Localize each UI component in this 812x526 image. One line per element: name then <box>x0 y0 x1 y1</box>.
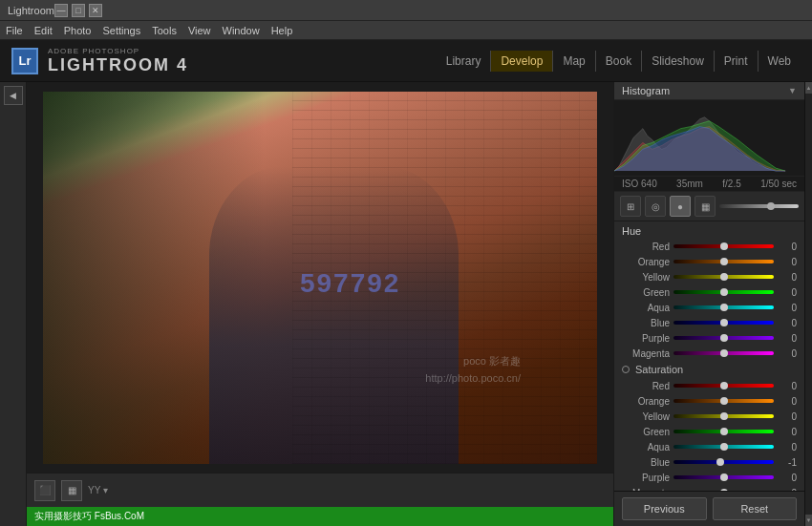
hue-green-slider[interactable] <box>673 290 774 294</box>
module-web[interactable]: Web <box>758 51 801 72</box>
hue-orange-value: 0 <box>778 257 797 267</box>
spot-tool[interactable]: ◎ <box>645 196 666 217</box>
sat-green-value: 0 <box>778 427 797 437</box>
menu-help[interactable]: Help <box>271 25 293 36</box>
sat-purple-label: Purple <box>622 473 670 483</box>
left-panel: ◀ <box>0 82 27 526</box>
scroll-up-arrow[interactable]: ▲ <box>805 82 813 94</box>
gradient-tool[interactable]: ▦ <box>694 196 716 217</box>
tone-curve-slider[interactable] <box>719 204 799 208</box>
histogram-dropdown[interactable]: ▼ <box>788 86 797 95</box>
filmstrip-toggle[interactable]: ⬛ <box>34 480 55 501</box>
panel-scroll[interactable]: Hue Red 0 Orange 0 Yellow 0 Green 0 <box>614 221 804 491</box>
module-book[interactable]: Book <box>595 51 641 72</box>
hue-blue-slider[interactable] <box>673 321 774 325</box>
filmstrip-icon2[interactable]: ▦ <box>61 480 82 501</box>
top-nav-modules: Library Develop Map Book Slideshow Print… <box>437 51 801 72</box>
histogram-svg <box>614 100 804 176</box>
app-name-block: ADOBE PHOTOSHOP LIGHTROOM 4 <box>48 47 188 75</box>
adjust-tool[interactable]: ● <box>670 196 691 217</box>
menu-settings[interactable]: Settings <box>102 25 140 36</box>
sat-aqua-value: 0 <box>778 442 797 452</box>
menu-tools[interactable]: Tools <box>152 25 177 36</box>
histogram-chart <box>614 100 804 177</box>
lr-title: LIGHTROOM 4 <box>48 55 188 75</box>
tone-curve-thumb[interactable] <box>767 202 775 210</box>
title-bar-controls: — □ ✕ <box>54 4 102 17</box>
sat-orange-value: 0 <box>778 396 797 407</box>
sat-blue-slider[interactable] <box>673 460 774 464</box>
hue-section-label: Hue <box>614 221 804 239</box>
sat-purple-value: 0 <box>778 473 797 483</box>
module-slideshow[interactable]: Slideshow <box>641 51 714 72</box>
saturation-section-header[interactable]: Saturation <box>614 361 804 378</box>
hue-orange-slider[interactable] <box>673 260 774 263</box>
main-photo: 597792 poco 影者趣 http://photo.poco.cn/ <box>43 92 597 464</box>
hue-purple-slider[interactable] <box>673 336 774 340</box>
right-panel: Histogram ▼ ISO 640 35mm f/2.5 1/50 sec <box>613 82 804 526</box>
center-area: 597792 poco 影者趣 http://photo.poco.cn/ ⬛ … <box>27 82 613 526</box>
shutter-speed: 1/50 sec <box>760 179 797 189</box>
minimize-button[interactable]: — <box>54 4 68 17</box>
main-content: ◀ 597792 poco 影者趣 http:/ <box>0 82 812 526</box>
panel-bottom: Previous Reset <box>614 491 804 526</box>
histogram-header: Histogram ▼ <box>614 82 804 100</box>
hue-aqua-slider[interactable] <box>673 305 774 309</box>
scroll-down-arrow[interactable]: ▼ <box>805 515 813 526</box>
sat-orange-slider[interactable] <box>673 399 774 403</box>
hue-green-row: Green 0 <box>614 284 804 300</box>
sat-purple-row: Purple 0 <box>614 470 804 485</box>
sat-orange-row: Orange 0 <box>614 393 804 409</box>
hue-orange-label: Orange <box>622 257 670 267</box>
module-print[interactable]: Print <box>714 51 758 72</box>
hue-aqua-row: Aqua 0 <box>614 300 804 315</box>
reset-button[interactable]: Reset <box>713 497 798 520</box>
sat-green-row: Green 0 <box>614 424 804 439</box>
menu-bar: File Edit Photo Settings Tools View Wind… <box>0 21 812 40</box>
module-develop[interactable]: Develop <box>490 51 552 72</box>
camera-info: ISO 640 35mm f/2.5 1/50 sec <box>614 177 804 192</box>
hue-red-slider[interactable] <box>673 244 774 248</box>
sat-purple-slider[interactable] <box>673 475 774 479</box>
menu-edit[interactable]: Edit <box>34 25 53 36</box>
hue-purple-label: Purple <box>622 333 670 344</box>
hue-red-row: Red 0 <box>614 239 804 254</box>
hue-purple-value: 0 <box>778 333 797 344</box>
saturation-title: Saturation <box>635 364 683 375</box>
hue-red-value: 0 <box>778 242 797 252</box>
hue-magenta-slider[interactable] <box>673 351 774 355</box>
sat-red-slider[interactable] <box>673 384 774 388</box>
hue-yellow-slider[interactable] <box>673 275 774 279</box>
hue-blue-label: Blue <box>622 318 670 328</box>
previous-button[interactable]: Previous <box>622 497 707 520</box>
sat-green-slider[interactable] <box>673 430 774 433</box>
sat-yellow-slider[interactable] <box>673 414 774 418</box>
sat-blue-row: Blue -1 <box>614 454 804 470</box>
sat-yellow-row: Yellow 0 <box>614 409 804 424</box>
hue-blue-value: 0 <box>778 318 797 328</box>
crop-tool[interactable]: ⊞ <box>620 196 641 217</box>
status-text: 实用摄影技巧 FsBus.CoM <box>34 510 144 523</box>
hue-green-label: Green <box>622 287 670 298</box>
hue-purple-row: Purple 0 <box>614 330 804 346</box>
menu-view[interactable]: View <box>188 25 211 36</box>
image-container: 597792 poco 影者趣 http://photo.poco.cn/ <box>27 82 613 473</box>
adobe-ps-text: ADOBE PHOTOSHOP <box>48 47 188 55</box>
menu-window[interactable]: Window <box>223 25 260 36</box>
aperture: f/2.5 <box>722 179 740 189</box>
sat-red-row: Red 0 <box>614 378 804 393</box>
iso-value: ISO 640 <box>622 179 657 189</box>
close-button[interactable]: ✕ <box>89 4 102 17</box>
module-library[interactable]: Library <box>437 51 491 72</box>
menu-file[interactable]: File <box>6 25 23 36</box>
hue-yellow-label: Yellow <box>622 272 670 283</box>
zoom-label: YY ▾ <box>88 485 108 495</box>
menu-photo[interactable]: Photo <box>64 25 92 36</box>
tool-icons-row: ⊞ ◎ ● ▦ <box>614 192 804 221</box>
navigator-toggle[interactable]: ◀ <box>4 86 23 105</box>
sat-red-value: 0 <box>778 381 797 391</box>
sat-aqua-slider[interactable] <box>673 445 774 449</box>
module-map[interactable]: Map <box>552 51 594 72</box>
sat-blue-label: Blue <box>622 457 670 468</box>
maximize-button[interactable]: □ <box>72 4 85 17</box>
